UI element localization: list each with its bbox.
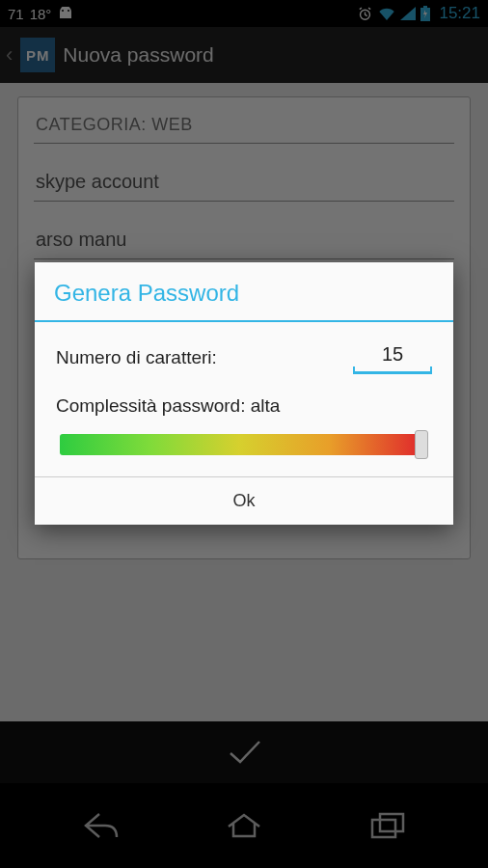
ok-button[interactable]: Ok [35,476,453,525]
chars-label: Numero di caratteri: [56,347,217,368]
chars-input[interactable]: 15 [353,341,432,374]
slider-track [60,434,419,455]
dialog-title: Genera Password [35,262,453,320]
complexity-label: Complessità password: alta [56,395,432,417]
slider-thumb[interactable] [415,430,428,459]
complexity-slider[interactable] [60,430,428,459]
generate-password-dialog: Genera Password Numero di caratteri: 15 … [35,262,453,525]
